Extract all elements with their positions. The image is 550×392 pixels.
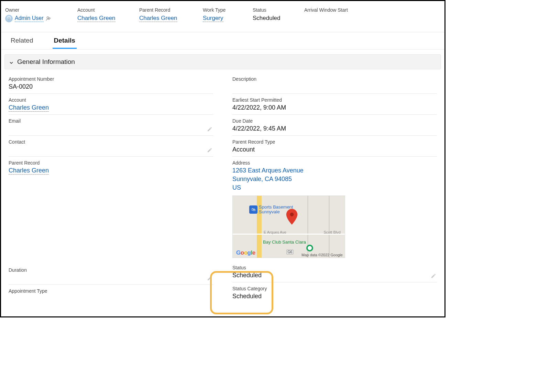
address-line3[interactable]: US xyxy=(232,184,437,191)
svg-point-1 xyxy=(290,213,294,216)
parent-record-type-value: Account xyxy=(232,146,437,154)
parent-link[interactable]: Charles Green xyxy=(139,15,177,22)
section-general[interactable]: General Information xyxy=(4,54,441,69)
field-due-date: Due Date 4/22/2022, 9:45 AM xyxy=(232,115,437,136)
map-poi-icon: 🛍 xyxy=(249,205,257,214)
detail-grid: Appointment Number SA-0020 Account Charl… xyxy=(1,69,444,305)
appointment-number-value: SA-0020 xyxy=(9,83,213,91)
arrival-label: Arrival Window Start xyxy=(304,7,373,13)
right-column: Description Earliest Start Permitted 4/2… xyxy=(232,73,437,305)
status-category-value: Scheduled xyxy=(232,293,437,300)
appointment-type-value xyxy=(9,295,213,303)
header-parent: Parent Record Charles Green xyxy=(139,7,203,22)
duration-value xyxy=(9,274,213,282)
header-arrival: Arrival Window Start xyxy=(304,7,373,22)
account-detail-link[interactable]: Charles Green xyxy=(9,104,49,112)
field-email: Email xyxy=(9,115,213,136)
parent-detail-link[interactable]: Charles Green xyxy=(9,167,49,175)
pencil-icon[interactable] xyxy=(431,273,437,279)
record-highlights: Owner ☺ Admin User Account Charles Green… xyxy=(1,1,444,32)
avatar-icon: ☺ xyxy=(5,15,13,22)
map-thumbnail[interactable]: 🛍 Sports Basement Sunnyvale E Arques Ave… xyxy=(232,195,345,258)
owner-value-row: ☺ Admin User xyxy=(5,15,77,22)
due-date-value: 4/22/2022, 9:45 AM xyxy=(232,125,437,133)
change-owner-icon[interactable] xyxy=(46,16,51,21)
field-appointment-type: Appointment Type xyxy=(9,285,213,305)
field-description: Description xyxy=(232,73,437,94)
account-label: Account xyxy=(77,7,139,13)
contact-value xyxy=(9,146,213,154)
pencil-icon[interactable] xyxy=(207,147,213,154)
map-poi-label: Bay Club Santa Clara xyxy=(263,239,306,245)
map-pin-icon xyxy=(286,209,298,225)
parent-label: Parent Record xyxy=(139,7,203,13)
field-parent-record-type: Parent Record Type Account xyxy=(232,136,437,157)
status-value: Scheduled xyxy=(253,15,304,22)
map-marker-icon xyxy=(306,245,313,251)
tab-related[interactable]: Related xyxy=(9,33,35,49)
map-road-label: Scott Blvd xyxy=(323,230,341,234)
field-earliest-start: Earliest Start Permitted 4/22/2022, 9:00… xyxy=(232,94,437,115)
field-account: Account Charles Green xyxy=(9,94,213,115)
owner-link[interactable]: Admin User xyxy=(15,15,44,22)
header-account: Account Charles Green xyxy=(77,7,139,22)
field-parent-record: Parent Record Charles Green xyxy=(9,157,213,177)
left-column: Appointment Number SA-0020 Account Charl… xyxy=(9,73,213,305)
earliest-start-value: 4/22/2022, 9:00 AM xyxy=(232,104,437,112)
status-label: Status xyxy=(253,7,304,13)
description-value xyxy=(232,83,437,91)
status-detail-value: Scheduled xyxy=(232,272,437,279)
header-worktype: Work Type Surgery xyxy=(203,7,253,22)
section-title: General Information xyxy=(17,58,75,66)
address-value[interactable]: 1263 East Arques Avenue Sunnyvale, CA 94… xyxy=(232,167,437,191)
map-road-label: E Arques Ave xyxy=(264,230,286,234)
worktype-link[interactable]: Surgery xyxy=(203,15,223,22)
map-attribution: Map data ©2022 Google xyxy=(301,253,343,257)
pencil-icon[interactable] xyxy=(207,126,213,133)
email-value xyxy=(9,125,213,133)
field-contact: Contact xyxy=(9,136,213,157)
chevron-down-icon xyxy=(9,59,14,64)
header-owner: Owner ☺ Admin User xyxy=(5,7,77,22)
account-link[interactable]: Charles Green xyxy=(77,15,116,22)
tabs: Related Details xyxy=(1,32,444,49)
tab-details[interactable]: Details xyxy=(53,33,77,49)
svg-point-0 xyxy=(47,17,48,19)
field-status-category: Status Category Scheduled xyxy=(232,282,437,303)
field-status: Status Scheduled xyxy=(232,261,437,282)
field-address: Address 1263 East Arques Avenue Sunnyval… xyxy=(232,157,437,258)
header-status: Status Scheduled xyxy=(253,7,304,22)
address-line2[interactable]: Sunnyvale, CA 94085 xyxy=(232,176,437,183)
address-line1[interactable]: 1263 East Arques Avenue xyxy=(232,167,437,174)
field-appointment-number: Appointment Number SA-0020 xyxy=(9,73,213,94)
pencil-icon[interactable] xyxy=(207,276,213,282)
owner-label: Owner xyxy=(5,7,77,13)
map-route-shield: G6 xyxy=(287,250,293,254)
field-duration: Duration xyxy=(9,264,213,285)
google-logo: Google xyxy=(236,249,255,256)
worktype-label: Work Type xyxy=(203,7,253,13)
